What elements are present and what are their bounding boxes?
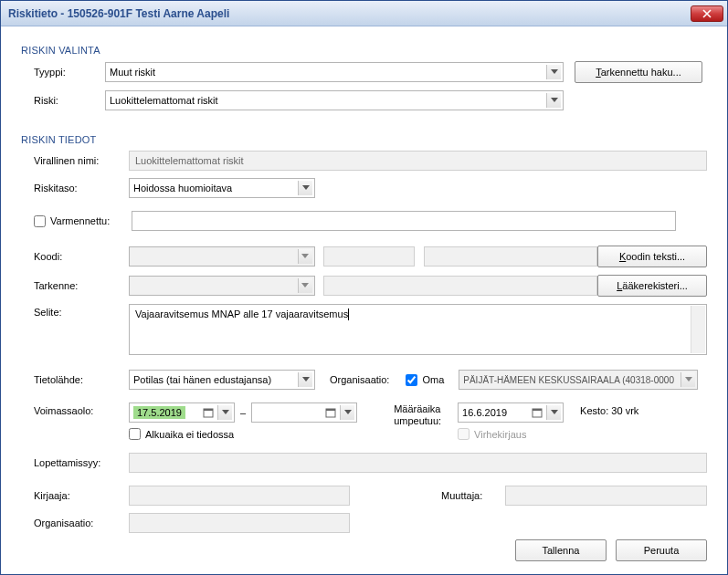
organisaatio2-label: Organisaatio: bbox=[21, 518, 129, 528]
window: Riskitieto - 150526-901F Testi Aarne Aap… bbox=[0, 0, 728, 575]
maaraaika-value: 16.6.2019 bbox=[462, 407, 507, 418]
riski-value: Luokittelemattomat riskit bbox=[110, 95, 218, 106]
section-riskin-valinta-header: RISKIN VALINTA bbox=[21, 41, 707, 61]
selite-textarea[interactable]: Vajaaravitsemus MNAP alle 17 vajaaravits… bbox=[129, 304, 707, 355]
tarkenne-label: Tarkenne: bbox=[21, 280, 129, 291]
kirjaaja-label: Kirjaaja: bbox=[21, 490, 129, 501]
scrollbar[interactable] bbox=[691, 306, 705, 353]
alkuaika-label: Alkuaika ei tiedossa bbox=[145, 429, 234, 440]
svg-rect-1 bbox=[204, 409, 213, 411]
chevron-down-icon bbox=[298, 181, 312, 195]
chevron-down-icon bbox=[298, 278, 312, 293]
virhekirjaus-label: Virhekirjaus bbox=[474, 429, 526, 440]
organisaatio-label: Organisaatio: bbox=[330, 374, 389, 385]
chevron-down-icon bbox=[298, 372, 312, 387]
virallinen-nimi-field: Luokittelemattomat riskit bbox=[129, 151, 707, 171]
row-tietolahde: Tietolähde: Potilas (tai hänen edustajan… bbox=[21, 370, 707, 390]
riski-label: Riski: bbox=[21, 95, 105, 106]
tallenna-button[interactable]: Tallenna bbox=[515, 539, 607, 561]
chevron-down-icon bbox=[546, 93, 561, 108]
muuttaja-label: Muuttaja: bbox=[441, 490, 505, 501]
row-riskitaso: Riskitaso: Hoidossa huomioitava bbox=[21, 178, 707, 198]
laakerekisteri-button[interactable]: Lääkerekisteri... bbox=[597, 275, 707, 297]
varmennettu-checkbox[interactable] bbox=[34, 215, 46, 227]
row-koodi: Koodi: Koodin teksti... bbox=[21, 246, 707, 267]
dialog-body: RISKIN VALINTA Tyyppi: Muut riskit Tarke… bbox=[1, 26, 727, 574]
koodi-select[interactable] bbox=[129, 246, 315, 267]
calendar-icon bbox=[323, 405, 338, 420]
svg-rect-3 bbox=[326, 409, 335, 411]
calendar-icon bbox=[201, 405, 216, 420]
chevron-down-icon bbox=[340, 405, 354, 420]
selite-value: Vajaaravitsemus MNAP alle 17 vajaaravits… bbox=[135, 308, 348, 319]
row-riski: Riski: Luokittelemattomat riskit bbox=[21, 90, 707, 110]
varmennettu-label: Varmennettu: bbox=[50, 215, 110, 226]
oma-label: Oma bbox=[422, 374, 444, 385]
selite-label: Selite: bbox=[21, 304, 129, 318]
close-button[interactable] bbox=[691, 5, 723, 22]
section-riskin-tiedot-header: RISKIN TIEDOT bbox=[21, 131, 707, 151]
virallinen-nimi-label: Virallinen nimi: bbox=[21, 155, 129, 166]
tarkennettu-haku-button[interactable]: Tarkennettu haku... bbox=[575, 61, 702, 83]
maaraaika-label: Määräaika umpeutuu: bbox=[394, 402, 441, 427]
virhekirjaus-checkbox bbox=[458, 428, 470, 440]
varmennettu-input[interactable] bbox=[132, 211, 676, 231]
chevron-down-icon bbox=[217, 405, 232, 420]
chevron-down-icon bbox=[681, 372, 695, 387]
date-dash: – bbox=[240, 407, 246, 418]
row-voimassaolo: Voimassaolo: 17.5.2019 – bbox=[21, 402, 707, 440]
tietolahde-select[interactable]: Potilas (tai hänen edustajansa) bbox=[129, 370, 315, 390]
tyyppi-value: Muut riskit bbox=[110, 67, 155, 78]
row-tyyppi: Tyyppi: Muut riskit Tarkennettu haku... bbox=[21, 61, 707, 83]
voimassaolo-label: Voimassaolo: bbox=[21, 402, 129, 416]
voimassa-from-value: 17.5.2019 bbox=[133, 406, 185, 419]
tietolahde-value: Potilas (tai hänen edustajansa) bbox=[133, 374, 271, 385]
peruuta-button[interactable]: Peruuta bbox=[616, 539, 707, 561]
bottom-button-bar: Tallenna Peruuta bbox=[515, 539, 707, 561]
koodin-teksti-button[interactable]: Koodin teksti... bbox=[597, 246, 707, 267]
lopettamissyy-label: Lopettamissyy: bbox=[21, 457, 129, 468]
organisaatio-select[interactable]: PÄIJÄT-HÄMEEN KESKUSSAIRAALA (40318-0000 bbox=[459, 370, 698, 390]
window-title: Riskitieto - 150526-901F Testi Aarne Aap… bbox=[8, 7, 229, 20]
kesto-label: Kesto: 30 vrk bbox=[580, 402, 638, 416]
riski-select[interactable]: Luokittelemattomat riskit bbox=[105, 90, 564, 110]
riskitaso-select[interactable]: Hoidossa huomioitava bbox=[129, 178, 315, 198]
organisaatio-value: PÄIJÄT-HÄMEEN KESKUSSAIRAALA (40318-0000 bbox=[463, 375, 674, 385]
row-lopettamissyy: Lopettamissyy: bbox=[21, 453, 707, 473]
koodi-aux2 bbox=[424, 246, 597, 267]
tarkenne-aux bbox=[323, 276, 597, 296]
organisaatio2-field bbox=[129, 513, 350, 533]
calendar-icon bbox=[530, 405, 544, 420]
row-selite: Selite: Vajaaravitsemus MNAP alle 17 vaj… bbox=[21, 304, 707, 355]
riskitaso-label: Riskitaso: bbox=[21, 183, 129, 193]
voimassa-from-date[interactable]: 17.5.2019 bbox=[129, 402, 235, 423]
row-virallinen-nimi: Virallinen nimi: Luokittelemattomat risk… bbox=[21, 151, 707, 171]
chevron-down-icon bbox=[546, 405, 561, 420]
riskitaso-value: Hoidossa huomioitava bbox=[133, 183, 232, 193]
voimassa-to-date[interactable] bbox=[251, 402, 357, 423]
varmennettu-checkbox-line: Varmennettu: bbox=[34, 215, 110, 227]
muuttaja-field bbox=[505, 486, 707, 506]
alkuaika-checkbox[interactable] bbox=[129, 428, 141, 440]
tyyppi-select[interactable]: Muut riskit bbox=[105, 62, 564, 82]
oma-checkbox[interactable] bbox=[406, 374, 417, 386]
maaraaika-date[interactable]: 16.6.2019 bbox=[458, 402, 564, 423]
svg-rect-5 bbox=[533, 409, 542, 411]
text-cursor bbox=[348, 308, 349, 320]
tyyppi-label: Tyyppi: bbox=[21, 67, 105, 78]
oma-checkbox-line: Oma bbox=[406, 374, 444, 386]
row-kirjaaja: Kirjaaja: Muuttaja: bbox=[21, 486, 707, 506]
kirjaaja-field bbox=[129, 486, 350, 506]
lopettamissyy-field bbox=[129, 453, 707, 473]
tietolahde-label: Tietolähde: bbox=[21, 374, 129, 385]
chevron-down-icon bbox=[546, 65, 561, 79]
row-organisaatio2: Organisaatio: bbox=[21, 513, 707, 533]
tarkenne-select[interactable] bbox=[129, 276, 315, 296]
chevron-down-icon bbox=[298, 249, 312, 264]
row-tarkenne: Tarkenne: Lääkerekisteri... bbox=[21, 275, 707, 297]
alkuaika-checkbox-line: Alkuaika ei tiedossa bbox=[129, 428, 357, 440]
koodi-label: Koodi: bbox=[21, 251, 129, 262]
row-varmennettu: Varmennettu: bbox=[21, 211, 707, 231]
koodi-aux1 bbox=[323, 246, 415, 267]
close-icon bbox=[702, 9, 712, 18]
